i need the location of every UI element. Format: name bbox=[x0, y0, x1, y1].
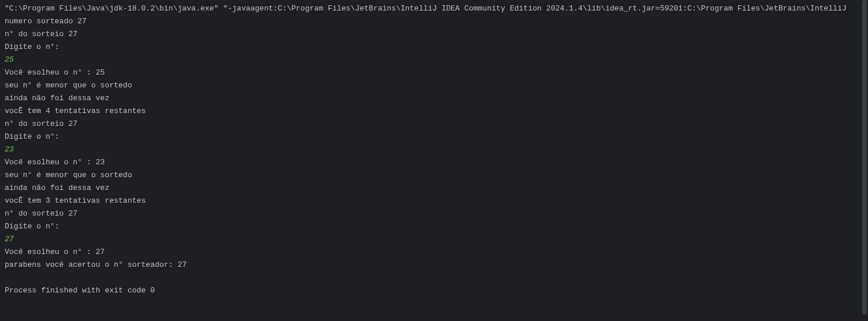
console-output-line: Você esolheu o n° : 27 bbox=[5, 246, 863, 259]
console-output-line: numero sorteado 27 bbox=[5, 15, 863, 28]
console-output-line: Digite o n°: bbox=[5, 41, 863, 54]
console-output-line: vocÊ tem 4 tentativas restantes bbox=[5, 105, 863, 118]
console-output-line: vocÊ tem 3 tentativas restantes bbox=[5, 195, 863, 207]
scrollbar-thumb[interactable] bbox=[862, 0, 867, 315]
console-user-input: 27 bbox=[5, 233, 863, 246]
console-output-line: Você esolheu o n° : 23 bbox=[5, 156, 863, 169]
console-user-input: 23 bbox=[5, 143, 863, 156]
process-exit-message: Process finished with exit code 0 bbox=[5, 284, 863, 297]
console-output-line: parabens você acertou o n° sorteador: 27 bbox=[5, 259, 863, 271]
console-output-line: seu n° é menor que o sortedo bbox=[5, 169, 863, 182]
console-output-line: "C:\Program Files\Java\jdk-18.0.2\bin\ja… bbox=[5, 2, 863, 15]
console-output-line: Digite o n°: bbox=[5, 130, 863, 143]
console-output-line: n° do sorteio 27 bbox=[5, 118, 863, 130]
console-output-line: ainda não foi dessa vez bbox=[5, 182, 863, 195]
console-output-area[interactable]: "C:\Program Files\Java\jdk-18.0.2\bin\ja… bbox=[5, 2, 863, 297]
console-output-line: ainda não foi dessa vez bbox=[5, 92, 863, 105]
console-output-line: Digite o n°: bbox=[5, 220, 863, 233]
console-output-line: n° do sorteio 27 bbox=[5, 207, 863, 220]
console-output-line: seu n° é menor que o sortedo bbox=[5, 79, 863, 92]
console-user-input: 25 bbox=[5, 54, 863, 66]
scrollbar-track[interactable] bbox=[861, 0, 868, 321]
console-output-line: n° do sorteio 27 bbox=[5, 28, 863, 41]
console-output-line: Você esolheu o n° : 25 bbox=[5, 66, 863, 79]
